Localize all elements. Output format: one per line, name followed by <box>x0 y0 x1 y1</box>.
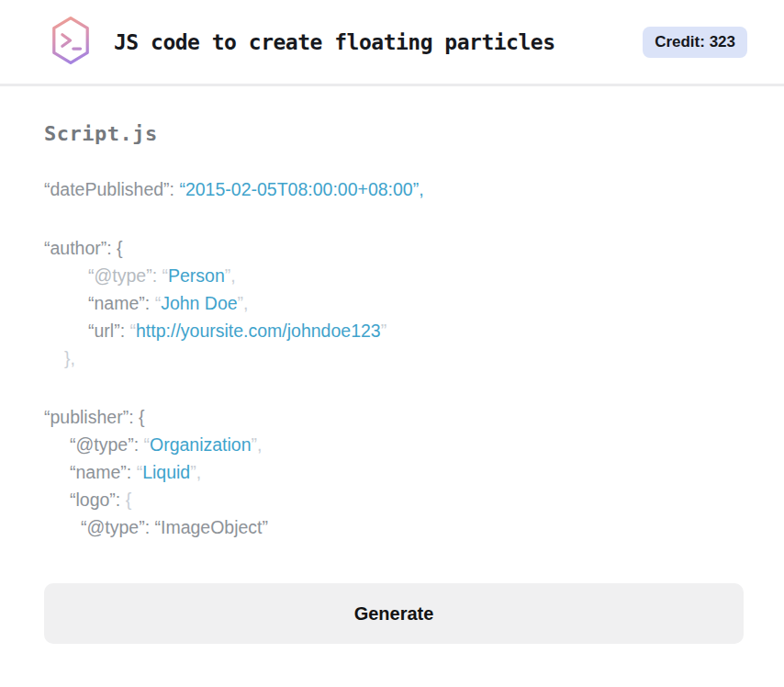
code-token-key: : <box>145 293 155 313</box>
code-token-pale: }, <box>64 348 75 368</box>
code-token-key: : <box>120 321 130 341</box>
code-token-pale: ” <box>381 321 387 341</box>
code-token-key: “name” <box>70 462 127 482</box>
terminal-prompt-hexagon-icon <box>50 15 92 70</box>
code-token-pale: ”, <box>225 265 236 286</box>
code-token-key: : <box>134 434 144 455</box>
code-token-key: “@type” <box>70 434 134 455</box>
code-token-val: Organization <box>150 434 252 455</box>
code-line: “@type”: “Organization”, <box>44 431 744 458</box>
app-logo <box>50 17 92 68</box>
script-filename: Script.js <box>44 122 744 145</box>
header: JS code to create floating particles Cre… <box>0 0 784 86</box>
code-token-key: “name” <box>88 293 145 313</box>
code-line: “url”: “http://yoursite.com/johndoe123” <box>44 317 744 344</box>
generate-button-container: Generate <box>44 583 744 644</box>
code-line-blank <box>44 203 744 234</box>
code-token-pale: ”, <box>252 434 263 455</box>
code-token-key: “logo” <box>70 490 116 510</box>
code-line: “datePublished”: “2015-02-05T08:00:00+08… <box>44 175 744 203</box>
code-token-pale: { <box>126 490 132 510</box>
credit-badge: Credit: 323 <box>643 27 747 58</box>
generate-button[interactable]: Generate <box>44 583 744 644</box>
code-line: “publisher”: { <box>44 403 744 431</box>
code-token-val: John Doe <box>161 293 237 313</box>
code-line-blank <box>44 372 744 403</box>
code-line: }, <box>44 344 744 372</box>
code-line: “logo”: { <box>44 486 744 513</box>
code-line: “name”: “Liquid”, <box>44 458 744 486</box>
code-token-key: “author” <box>44 238 106 258</box>
code-token-key: “@type”: “ImageObject” <box>81 517 268 537</box>
code-token-key: “datePublished” <box>44 179 170 199</box>
main-content: Script.js “datePublished”: “2015-02-05T0… <box>0 122 784 644</box>
code-token-pale: ”, <box>238 293 249 313</box>
code-token-pale: ”, <box>190 462 201 482</box>
code-token-key: : <box>127 462 137 482</box>
code-line: “name”: “John Doe”, <box>44 289 744 317</box>
code-token-key: : <box>170 179 180 199</box>
code-token-key: : { <box>129 407 144 427</box>
code-line: “@type”: “Person”, <box>44 262 744 289</box>
code-token-val: Liquid <box>142 462 190 482</box>
code-token-val: http://yoursite.com/johndoe123 <box>136 321 381 341</box>
code-token-fkey: : <box>152 265 162 286</box>
code-line: “author”: { <box>44 234 744 262</box>
code-token-val: “2015-02-05T08:00:00+08:00”, <box>179 179 423 199</box>
page-title: JS code to create floating particles <box>114 30 643 54</box>
code-token-key: : <box>116 490 126 510</box>
code-token-key: “publisher” <box>44 407 129 427</box>
code-line: “@type”: “ImageObject” <box>44 513 744 541</box>
code-token-key: “url” <box>88 321 120 341</box>
code-block: “datePublished”: “2015-02-05T08:00:00+08… <box>44 175 744 541</box>
code-token-fkey: “@type” <box>88 265 152 286</box>
code-token-key: : { <box>106 238 122 258</box>
code-token-val: Person <box>168 265 225 286</box>
